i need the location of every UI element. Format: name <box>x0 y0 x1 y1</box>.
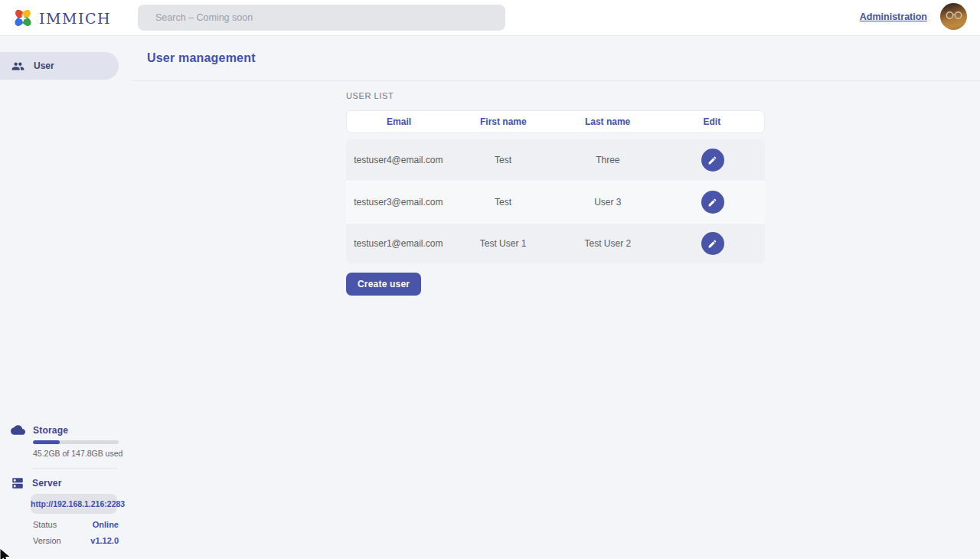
cell-last-name: Test User 2 <box>556 238 661 249</box>
server-status-row: Status Online <box>33 520 119 530</box>
storage-section-header: Storage <box>0 423 131 437</box>
storage-progress-fill <box>33 440 60 444</box>
server-title: Server <box>32 478 62 489</box>
sidebar-item-label: User <box>34 60 54 71</box>
pencil-icon <box>707 239 717 249</box>
immich-logo[interactable]: IMMICH <box>12 6 111 30</box>
table-row: testuser3@email.com Test User 3 <box>346 181 765 222</box>
server-icon <box>11 476 24 490</box>
page-title: User management <box>147 51 256 65</box>
admin-sidebar: User Storage 45.2GB of 147.8GB used Serv… <box>0 36 131 559</box>
storage-progress-bar <box>33 440 119 444</box>
column-header-edit: Edit <box>660 116 764 127</box>
page-header: User management <box>131 36 980 81</box>
brand-title: IMMICH <box>39 10 111 27</box>
user-avatar[interactable] <box>940 3 967 30</box>
main-content: User management USER LIST Email First na… <box>131 36 980 559</box>
cell-first-name: Test <box>451 197 556 208</box>
immich-flower-icon <box>12 8 34 29</box>
cell-last-name: User 3 <box>556 197 661 208</box>
sidebar-footer: Storage 45.2GB of 147.8GB used Server ht… <box>0 423 131 546</box>
edit-user-button[interactable] <box>701 149 724 172</box>
table-row: testuser4@email.com Test Three <box>346 139 765 181</box>
cell-first-name: Test User 1 <box>451 238 556 249</box>
storage-usage-text: 45.2GB of 147.8GB used <box>33 449 131 458</box>
table-row: testuser1@email.com Test User 1 Test Use… <box>346 222 765 263</box>
server-version-row: Version v1.12.0 <box>33 536 119 546</box>
search-input[interactable] <box>138 5 505 31</box>
cloud-icon <box>11 423 25 437</box>
sidebar-divider <box>33 468 117 469</box>
cell-email: testuser3@email.com <box>346 197 451 208</box>
section-title: USER LIST <box>346 91 980 100</box>
storage-title: Storage <box>33 425 68 436</box>
cell-edit <box>660 232 765 255</box>
column-header-email: Email <box>347 116 451 127</box>
cell-edit <box>660 191 765 214</box>
server-section-header: Server <box>0 476 131 490</box>
pencil-icon <box>707 155 717 165</box>
glasses-photo-detail <box>945 11 963 20</box>
cell-last-name: Three <box>556 155 661 165</box>
pencil-icon <box>707 198 717 208</box>
table-header-row: Email First name Last name Edit <box>346 110 765 133</box>
version-value: v1.12.0 <box>90 536 119 546</box>
server-url-chip: http://192.168.1.216:2283 <box>31 494 117 514</box>
table-body: testuser4@email.com Test Three testuser3… <box>346 139 765 263</box>
administration-link[interactable]: Administration <box>860 11 927 22</box>
create-user-button[interactable]: Create user <box>346 273 421 296</box>
top-navbar: IMMICH Administration <box>0 0 980 36</box>
status-label: Status <box>33 520 57 530</box>
user-table: Email First name Last name Edit testuser… <box>346 110 765 263</box>
edit-user-button[interactable] <box>701 232 724 255</box>
column-header-first-name: First name <box>451 116 555 127</box>
sidebar-item-user[interactable]: User <box>0 52 119 80</box>
cell-email: testuser4@email.com <box>346 155 451 165</box>
status-value: Online <box>93 520 119 530</box>
users-icon <box>11 60 24 73</box>
cell-first-name: Test <box>451 155 556 165</box>
column-header-last-name: Last name <box>556 116 660 127</box>
version-label: Version <box>33 536 61 546</box>
cell-email: testuser1@email.com <box>346 238 451 249</box>
cell-edit <box>660 149 765 172</box>
edit-user-button[interactable] <box>701 191 724 214</box>
user-list-section: USER LIST Email First name Last name Edi… <box>131 81 980 296</box>
